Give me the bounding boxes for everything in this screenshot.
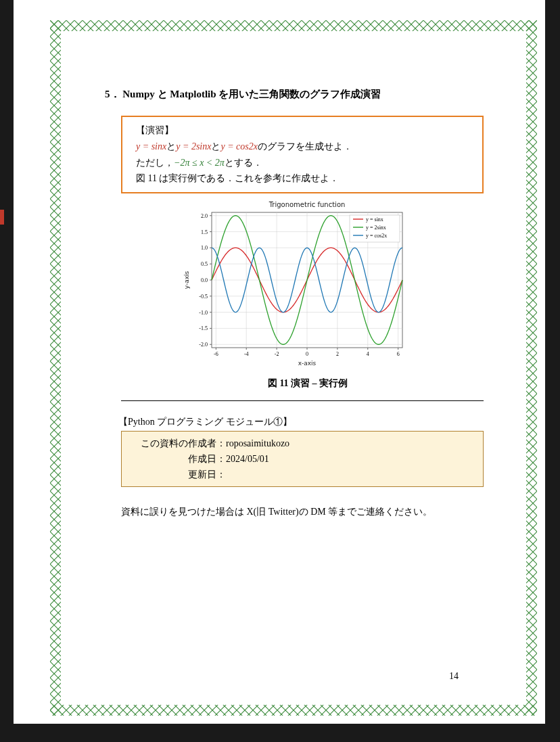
svg-text:-1.5: -1.5	[199, 326, 208, 332]
svg-text:4: 4	[367, 351, 369, 357]
svg-text:-6: -6	[214, 351, 218, 357]
section-number: 5．	[105, 89, 120, 99]
svg-text:y = cos2x: y = cos2x	[366, 233, 387, 239]
conj-2: と	[211, 141, 220, 152]
author-row: この資料の作成者 ： roposaimitukozo	[129, 436, 476, 451]
author-sep: ：	[216, 451, 226, 467]
exercise-line-2: ただし，−2π ≤ x < 2πとする．	[136, 155, 469, 171]
svg-text:-1.0: -1.0	[199, 310, 208, 316]
svg-rect-1	[50, 705, 537, 716]
svg-text:-0.5: -0.5	[199, 294, 208, 300]
document-page: 5． Numpy と Matplotlib を用いた三角関数のグラフ作成演習 【…	[14, 0, 545, 724]
svg-rect-3	[526, 20, 537, 716]
page-content: 5． Numpy と Matplotlib を用いた三角関数のグラフ作成演習 【…	[105, 88, 484, 518]
svg-text:6: 6	[397, 351, 400, 357]
svg-text:2: 2	[336, 351, 339, 357]
svg-text:y-axis: y-axis	[183, 271, 190, 289]
svg-text:0.5: 0.5	[201, 261, 208, 267]
conj-1: と	[166, 141, 176, 152]
svg-text:0: 0	[306, 351, 308, 357]
exercise-line2a: ただし，	[136, 158, 174, 168]
page-number: 14	[449, 671, 459, 682]
equation-1: y = sinx	[136, 141, 166, 152]
footnote: 資料に誤りを見つけた場合は X(旧 Twitter)の DM 等までご連絡くださ…	[121, 506, 484, 518]
svg-text:y = sinx: y = sinx	[366, 216, 383, 223]
exercise-line-1: y = sinxとy = 2sinxとy = cos2xのグラフを生成せよ．	[136, 139, 469, 155]
svg-text:x-axis: x-axis	[298, 360, 317, 367]
updated-label: 更新日	[129, 467, 216, 482]
svg-text:0.0: 0.0	[201, 277, 208, 283]
range-expr: −2π ≤ x < 2π	[174, 158, 225, 168]
exercise-line2b: とする．	[225, 158, 262, 168]
svg-text:1.5: 1.5	[201, 229, 208, 235]
svg-text:-2.0: -2.0	[199, 342, 208, 348]
figure-caption: 図 11 演習 – 実行例	[132, 377, 484, 390]
section-heading: 5． Numpy と Matplotlib を用いた三角関数のグラフ作成演習	[105, 88, 484, 101]
svg-rect-2	[50, 20, 61, 716]
author-value: roposaimitukozo	[226, 436, 289, 451]
svg-rect-0	[50, 20, 537, 31]
chart-figure: Trigonometric function-6-4-20246-2.0-1.5…	[179, 199, 484, 371]
created-value: 2024/05/01	[226, 451, 269, 467]
section-title-text: Numpy と Matplotlib を用いた三角関数のグラフ作成演習	[122, 89, 381, 99]
svg-text:-4: -4	[244, 351, 249, 357]
updated-row: 更新日 ：	[129, 467, 476, 482]
sidebar-marker	[0, 210, 4, 225]
svg-text:-2: -2	[275, 351, 279, 357]
svg-text:1.0: 1.0	[201, 246, 208, 252]
module-title: 【Python プログラミング モジュール①】	[118, 416, 484, 428]
created-row: 作成日 ： 2024/05/01	[129, 451, 476, 467]
exercise-line-3: 図 11 は実行例である．これを参考に作成せよ．	[136, 170, 469, 187]
svg-text:Trigonometric function: Trigonometric function	[269, 201, 346, 208]
author-info-box: この資料の作成者 ： roposaimitukozo 作成日 ： 2024/05…	[121, 431, 484, 487]
author-sep: ：	[216, 467, 226, 482]
svg-text:y = 2sinx: y = 2sinx	[366, 225, 386, 231]
equation-3: y = cos2x	[220, 141, 258, 152]
author-label: この資料の作成者	[129, 436, 216, 451]
svg-text:2.0: 2.0	[201, 213, 208, 219]
author-sep: ：	[216, 436, 226, 451]
created-label: 作成日	[129, 451, 216, 467]
exercise-box: 【演習】 y = sinxとy = 2sinxとy = cos2xのグラフを生成…	[121, 116, 484, 193]
exercise-tail-1: のグラフを生成せよ．	[258, 141, 352, 152]
exercise-label: 【演習】	[136, 122, 469, 139]
trig-chart: Trigonometric function-6-4-20246-2.0-1.5…	[179, 199, 409, 368]
equation-2: y = 2sinx	[176, 141, 211, 152]
divider	[121, 400, 484, 401]
